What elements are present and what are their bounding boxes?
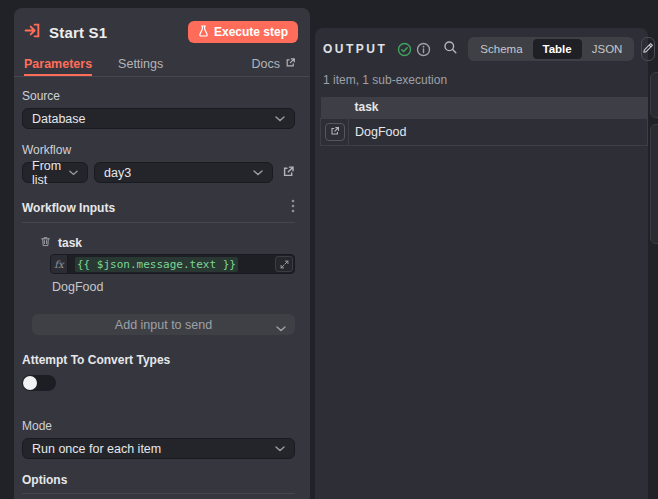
pencil-icon [642,42,654,57]
node-title: Start S1 [49,24,107,41]
parameters-body: Source Database Workflow From list [14,77,310,499]
node-input-icon [24,22,41,43]
chevron-down-icon [253,170,263,176]
output-view-switch: Schema Table JSON [468,37,634,61]
workflow-name-value: day3 [104,166,131,180]
convert-types-toggle[interactable] [22,375,56,391]
view-tab-table[interactable]: Table [533,39,582,59]
open-expression-editor-button[interactable] [275,256,293,272]
open-item-button[interactable] [325,123,345,141]
mode-select[interactable]: Run once for each item [22,438,295,459]
search-output-button[interactable] [443,40,458,58]
workflow-label: Workflow [22,143,295,157]
kebab-menu-icon [291,199,295,216]
options-title: Options [22,473,67,487]
toggle-knob [23,376,37,390]
edge-fragment [650,72,658,118]
mode-field: Mode Run once for each item [22,419,295,459]
node-detail-view: Start S1 Execute step Parameters Setting… [0,0,658,499]
source-field: Source Database [22,89,295,129]
table-header-row: task [321,97,648,118]
delete-input-button[interactable] [40,235,51,250]
execute-step-button[interactable]: Execute step [188,21,298,43]
workflow-inputs-title: Workflow Inputs [22,201,115,215]
chevron-down-icon [276,321,286,335]
chevron-down-icon [69,170,78,176]
options-header: Options [22,473,295,487]
expand-icon [280,257,289,272]
node-header: Start S1 Execute step [14,8,310,52]
trash-icon [40,235,51,250]
workflow-field: Workflow From list day3 [22,143,295,183]
mode-label: Mode [22,419,295,433]
output-title: OUTPUT [323,42,387,56]
source-value: Database [32,112,86,126]
workflow-mode-value: From list [32,159,69,187]
workflow-inputs-menu-button[interactable] [291,199,295,216]
chevron-down-icon [275,446,285,452]
edge-fragment [650,124,658,244]
node-settings-panel: Start S1 Execute step Parameters Setting… [14,8,310,499]
table-row: DogFood [321,118,648,145]
external-link-icon [330,124,340,139]
output-summary: 1 item, 1 sub-execution [315,61,648,87]
docs-label: Docs [252,57,280,71]
input-name-label: task [58,236,82,250]
docs-link[interactable]: Docs [252,52,296,76]
expression-input[interactable]: fx {{ $json.message.text }} [50,254,295,274]
open-workflow-button[interactable] [279,165,295,181]
source-select[interactable]: Database [22,108,295,129]
success-check-icon [397,42,412,57]
output-panel: OUTPUT [315,28,648,499]
mode-value: Run once for each item [32,442,161,456]
table-gutter-header [321,97,349,118]
workflow-input-item: task fx {{ $json.message.text }} DogFood [40,235,295,294]
fx-icon: fx [51,255,68,273]
table-column-task: task [349,97,648,118]
table-row-gutter [321,118,349,145]
table-cell-task: DogFood [349,118,648,145]
convert-types-field: Attempt To Convert Types [22,353,295,391]
search-icon [443,40,458,58]
info-icon[interactable] [416,42,431,57]
workflow-inputs-header: Workflow Inputs [22,199,295,216]
tab-settings[interactable]: Settings [118,52,163,76]
expression-result-preview: DogFood [52,280,295,294]
edit-output-button[interactable] [641,37,655,61]
add-input-button[interactable]: Add input to send [32,314,295,335]
section-divider [22,222,295,223]
flask-icon [198,25,209,40]
view-tab-schema[interactable]: Schema [470,39,532,59]
tab-parameters[interactable]: Parameters [24,52,92,76]
execute-step-label: Execute step [214,25,288,39]
view-tab-json[interactable]: JSON [582,39,633,59]
convert-types-label: Attempt To Convert Types [22,353,295,367]
section-divider [22,493,295,494]
workflow-name-select[interactable]: day3 [94,162,273,183]
workflow-mode-select[interactable]: From list [22,162,88,183]
chevron-down-icon [275,116,285,122]
output-header: OUTPUT [315,28,648,61]
node-tabs: Parameters Settings Docs [14,52,310,77]
expression-value[interactable]: {{ $json.message.text }} [68,255,274,273]
source-label: Source [22,89,295,103]
output-table: task Dog [320,97,648,146]
external-link-icon [285,57,296,71]
add-input-label: Add input to send [115,318,212,332]
external-link-icon [282,165,295,181]
